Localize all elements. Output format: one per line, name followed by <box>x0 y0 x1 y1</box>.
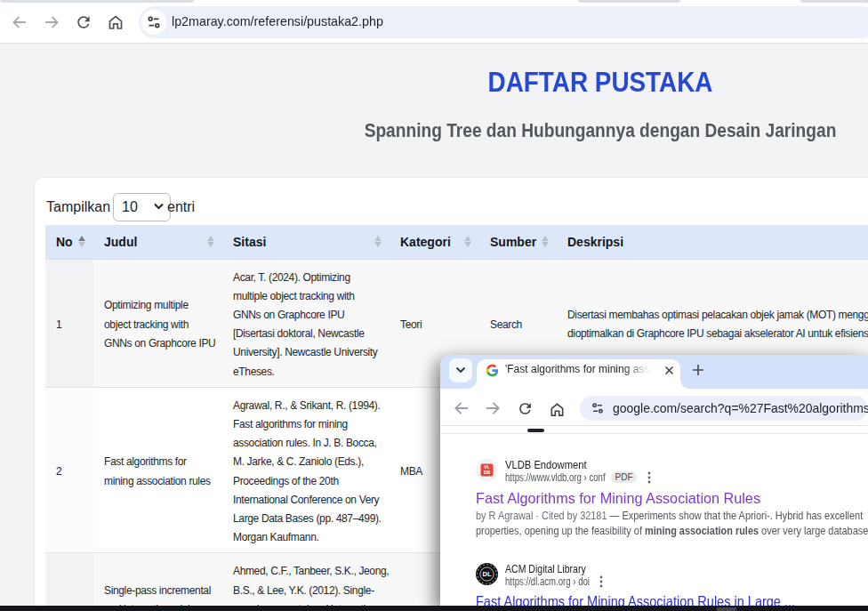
svg-text:DL: DL <box>483 570 492 578</box>
svg-text:DB: DB <box>484 470 491 475</box>
